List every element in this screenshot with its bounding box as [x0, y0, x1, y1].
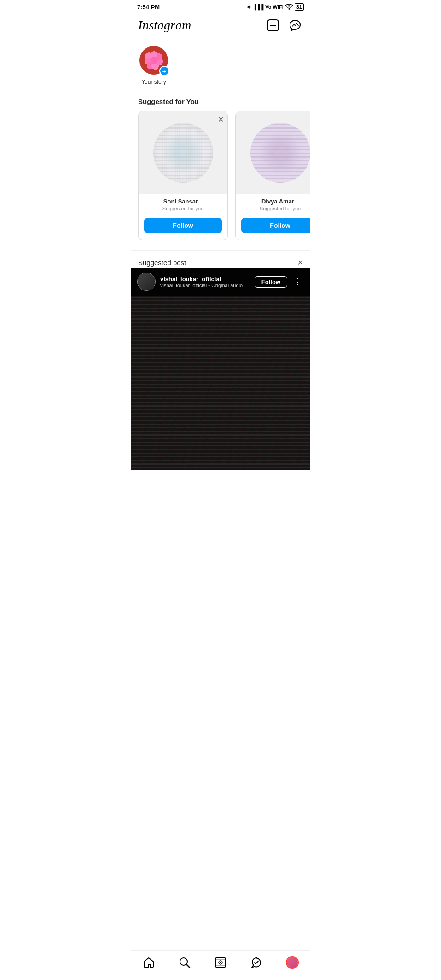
blurred-avatar-2: [250, 123, 310, 183]
post-follow-button[interactable]: Follow: [255, 276, 287, 288]
blurred-avatar-1: [153, 123, 213, 183]
suggested-post-header: Suggested post ×: [131, 250, 310, 268]
post-media-noise: [131, 296, 310, 470]
bluetooth-icon: ∗: [247, 4, 251, 10]
follow-suggestion-2-button[interactable]: Follow: [241, 218, 310, 233]
wifi-icon: [285, 4, 293, 11]
status-icons: ∗ ▐▐▐ Vo WiFi 31: [247, 3, 304, 11]
post-more-options-button[interactable]: ⋮: [292, 277, 304, 287]
suggestion-card-1-username: Soni Sansar...: [144, 198, 222, 205]
suggested-post-label: Suggested post: [138, 259, 186, 267]
add-story-button[interactable]: +: [159, 66, 169, 76]
messenger-button[interactable]: [287, 17, 303, 33]
your-story-item[interactable]: + Your story: [138, 45, 169, 85]
suggestion-card-2: Divya Amar... Suggested for you Follow: [235, 111, 310, 240]
suggestion-card-1: ✕ Soni Sansar... Suggested for you Follo…: [138, 111, 228, 240]
bottom-spacer: [131, 470, 310, 507]
vo-wifi-label: Vo WiFi: [265, 4, 283, 10]
post-header: vishal_loukar_official vishal_loukar_off…: [131, 268, 310, 296]
post-user-info: vishal_loukar_official vishal_loukar_off…: [160, 276, 250, 288]
suggestion-card-1-info: Soni Sansar... Suggested for you: [139, 194, 227, 216]
battery-icon: 31: [295, 3, 304, 11]
suggestion-card-2-info: Divya Amar... Suggested for you: [236, 194, 310, 216]
status-time: 7:54 PM: [137, 4, 160, 11]
dismiss-suggested-post-button[interactable]: ×: [297, 257, 303, 268]
suggestion-card-2-avatar: [250, 123, 310, 183]
header-actions: [265, 17, 303, 33]
suggestion-card-1-subtext: Suggested for you: [144, 206, 222, 211]
your-story-label: Your story: [141, 79, 166, 85]
signal-icon: ▐▐▐: [253, 4, 263, 10]
post-username: vishal_loukar_official: [160, 276, 250, 283]
suggested-for-you-header: Suggested for You: [131, 91, 310, 109]
your-story-avatar-wrapper: +: [138, 45, 169, 76]
suggested-cards-row: ✕ Soni Sansar... Suggested for you Follo…: [131, 109, 310, 248]
status-bar: 7:54 PM ∗ ▐▐▐ Vo WiFi 31: [131, 0, 310, 14]
post-user-avatar: [137, 273, 156, 291]
app-logo: Instagram: [138, 18, 191, 33]
suggestion-card-2-username: Divya Amar...: [241, 198, 310, 205]
suggestion-card-2-subtext: Suggested for you: [241, 206, 310, 211]
post-media: [131, 296, 310, 470]
suggested-post: vishal_loukar_official vishal_loukar_off…: [131, 268, 310, 470]
suggestion-card-1-avatar-area: [139, 111, 227, 194]
follow-suggestion-1-button[interactable]: Follow: [144, 218, 222, 233]
app-header: Instagram: [131, 14, 310, 39]
stories-row: + Your story: [131, 39, 310, 91]
add-post-button[interactable]: [265, 17, 281, 33]
suggestion-card-1-avatar: [153, 123, 213, 183]
suggestion-card-2-avatar-area: [236, 111, 310, 194]
post-audio: vishal_loukar_official • Original audio: [160, 283, 250, 288]
dismiss-suggestion-1-button[interactable]: ✕: [218, 115, 224, 124]
